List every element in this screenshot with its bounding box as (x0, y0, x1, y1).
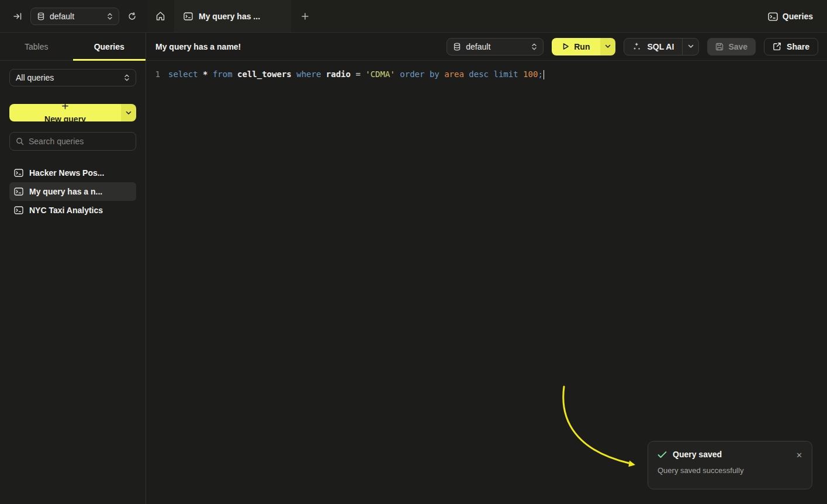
save-label: Save (728, 42, 748, 51)
share-button[interactable]: Share (764, 38, 818, 55)
code-line-1: 1 select * from cell_towers where radio … (146, 68, 827, 81)
sidebar-tab-queries[interactable]: Queries (73, 33, 146, 60)
share-label: Share (787, 42, 809, 51)
editor-header-controls: default (447, 38, 818, 55)
run-label: Run (574, 42, 590, 51)
toast-close-button[interactable]: ✕ (794, 449, 805, 462)
chevron-down-icon (126, 111, 132, 115)
editor-database-selector[interactable]: default (447, 38, 544, 55)
search-queries-box (9, 132, 136, 151)
line-number: 1 (146, 68, 160, 81)
run-button[interactable]: Run (552, 38, 600, 55)
query-title: My query has a name! (155, 42, 241, 51)
query-terminal-icon (14, 169, 23, 177)
query-terminal-icon (14, 206, 23, 214)
top-bar: default (0, 0, 827, 33)
sidebar-content: All queries New query (0, 61, 146, 228)
database-icon (37, 12, 45, 20)
sparkles-icon (632, 42, 642, 51)
chevron-updown-icon (531, 43, 537, 51)
chevron-down-icon (605, 44, 611, 48)
save-icon (715, 43, 724, 51)
query-item-label: Hacker News Pos... (29, 168, 104, 178)
main-panel: My query has a name! default (146, 33, 827, 504)
sql-ai-button[interactable]: SQL AI (624, 39, 682, 55)
sql-ai-label: SQL AI (647, 42, 674, 51)
run-dropdown-button[interactable] (600, 38, 615, 55)
play-icon (562, 43, 569, 50)
app-window: default (0, 0, 827, 504)
sidebar-tab-tables[interactable]: Tables (0, 33, 73, 60)
check-icon (658, 451, 667, 458)
editor-header: My query has a name! default (146, 33, 827, 61)
collapse-sidebar-button[interactable] (11, 9, 25, 23)
query-list-item[interactable]: Hacker News Pos... (9, 164, 136, 182)
query-list: Hacker News Pos...My query has a n...NYC… (9, 164, 136, 220)
query-list-item[interactable]: My query has a n... (9, 182, 136, 201)
toast-title-row: Query saved (658, 450, 802, 459)
search-icon (16, 137, 24, 145)
new-query-split-button: New query (9, 104, 136, 121)
database-icon (453, 43, 461, 51)
sql-code: select * from cell_towers where radio = … (168, 68, 544, 81)
home-icon (155, 11, 165, 21)
share-icon (773, 42, 781, 51)
sql-ai-split-button: SQL AI (624, 38, 699, 55)
sql-editor[interactable]: 1 select * from cell_towers where radio … (146, 61, 827, 504)
queries-terminal-icon (768, 12, 778, 21)
query-filter-select[interactable]: All queries (9, 69, 136, 86)
new-query-button[interactable]: New query (9, 104, 121, 121)
sidebar-tabs: Tables Queries (0, 33, 146, 61)
query-filter-value: All queries (16, 73, 54, 82)
editor-database-value: default (466, 42, 490, 51)
new-tab-button[interactable] (291, 0, 319, 32)
sidebar-header: default (0, 0, 146, 33)
tab-strip: My query has ... Queries (146, 0, 827, 33)
toast-message: Query saved successfully (658, 466, 802, 475)
refresh-button[interactable] (125, 9, 139, 23)
plus-icon (301, 12, 309, 20)
database-selector-value: default (50, 12, 74, 21)
query-list-item[interactable]: NYC Taxi Analytics (9, 201, 136, 220)
toast-query-saved: Query saved ✕ Query saved successfully (648, 441, 812, 489)
collapse-sidebar-icon (13, 12, 22, 21)
queries-label: Queries (783, 12, 813, 21)
tab-label: My query has ... (199, 12, 260, 21)
tab-my-query[interactable]: My query has ... (174, 0, 291, 32)
queries-indicator: Queries (768, 0, 813, 33)
search-queries-input[interactable] (29, 137, 130, 146)
run-split-button: Run (552, 38, 615, 55)
query-terminal-icon (184, 12, 193, 20)
sql-ai-dropdown-button[interactable] (682, 39, 698, 55)
query-item-label: NYC Taxi Analytics (29, 206, 103, 215)
text-cursor (544, 70, 545, 79)
query-terminal-icon (14, 187, 23, 196)
save-button[interactable]: Save (707, 38, 756, 55)
plus-icon (61, 104, 69, 110)
new-query-dropdown-button[interactable] (121, 104, 136, 121)
chevron-updown-icon (124, 74, 130, 82)
sidebar: Tables Queries All queries (0, 33, 146, 504)
home-button[interactable] (146, 0, 174, 32)
database-selector[interactable]: default (30, 8, 119, 25)
new-query-label: New query (44, 114, 86, 122)
chevron-down-icon (688, 44, 694, 48)
refresh-icon (127, 12, 137, 21)
chevron-updown-icon (107, 12, 113, 20)
query-item-label: My query has a n... (29, 187, 102, 196)
toast-title: Query saved (673, 450, 722, 459)
body: Tables Queries All queries (0, 33, 827, 504)
